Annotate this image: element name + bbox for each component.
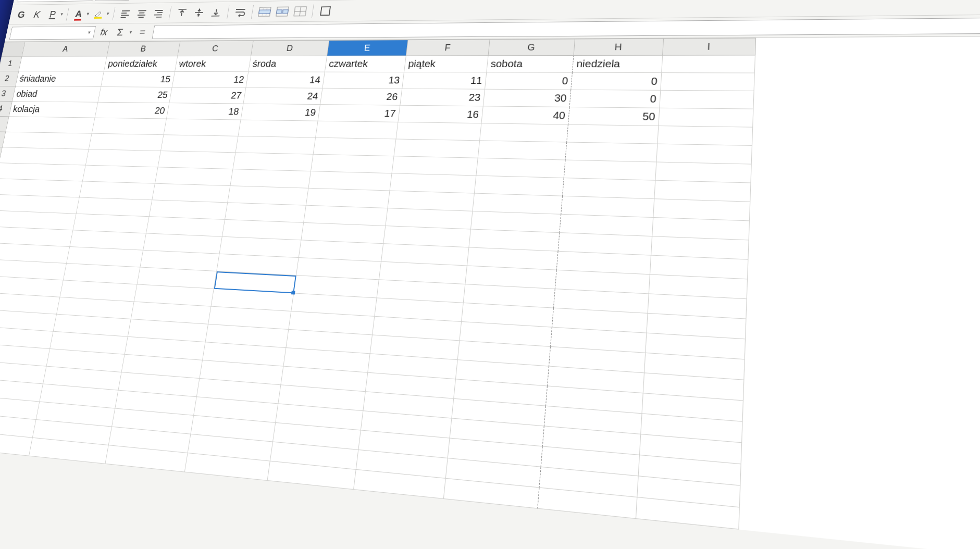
column-header-D[interactable]: D <box>251 40 329 56</box>
cell-E6[interactable] <box>313 138 396 157</box>
cell-E2[interactable]: 13 <box>322 72 404 89</box>
name-box[interactable]: ▾ <box>9 26 96 40</box>
cell-B3[interactable]: 25 <box>98 87 172 103</box>
cell-A4[interactable]: kolacja <box>9 102 98 118</box>
cell-H6[interactable] <box>566 142 658 162</box>
italic-button[interactable]: K <box>29 7 45 21</box>
cell-I5[interactable] <box>658 126 753 146</box>
cell-B6[interactable] <box>89 134 164 151</box>
cell-D1[interactable]: środa <box>249 56 327 72</box>
align-bottom-icon[interactable] <box>207 5 224 19</box>
formula-equals-icon[interactable]: = <box>134 25 151 39</box>
cell-D3[interactable]: 24 <box>243 88 322 105</box>
align-right-icon[interactable] <box>150 6 167 20</box>
cell-D2[interactable]: 14 <box>246 72 325 88</box>
cell-G7[interactable] <box>476 158 565 178</box>
cell-D4[interactable]: 19 <box>241 104 320 121</box>
cell-B5[interactable] <box>92 118 166 135</box>
cell-F2[interactable]: 11 <box>402 72 487 90</box>
cell-C2[interactable]: 12 <box>172 72 249 88</box>
cell-G6[interactable] <box>478 141 567 160</box>
cell-A8[interactable] <box>0 163 86 181</box>
cell-E1[interactable]: czwartek <box>325 56 406 72</box>
column-header-B[interactable]: B <box>107 41 180 57</box>
cell-E7[interactable] <box>311 155 394 174</box>
cell-I8[interactable] <box>654 181 751 202</box>
unmerge-cells-icon[interactable] <box>292 4 309 18</box>
cell-F3[interactable]: 23 <box>400 89 485 107</box>
font-size-combo[interactable]: 10 pkt▾ <box>95 0 132 1</box>
cell-A2[interactable]: śniadanie <box>16 71 104 87</box>
column-header-H[interactable]: H <box>574 39 664 56</box>
cell-E9[interactable] <box>306 189 390 208</box>
cell-H7[interactable] <box>564 160 657 181</box>
font-name-combo[interactable]: ▾ <box>18 0 95 2</box>
cell-C4[interactable]: 18 <box>167 103 244 120</box>
cell-H1[interactable]: niedziela <box>573 56 663 73</box>
cell-E5[interactable] <box>316 121 398 140</box>
cell-D5[interactable] <box>238 120 318 138</box>
cell-F8[interactable] <box>390 173 476 193</box>
cell-I3[interactable] <box>660 91 754 109</box>
column-header-C[interactable]: C <box>178 41 254 56</box>
select-all-corner[interactable] <box>2 42 26 56</box>
cell-C9[interactable] <box>152 184 230 203</box>
function-wizard-icon[interactable]: fx <box>100 27 108 38</box>
column-header-G[interactable]: G <box>488 39 575 56</box>
cell-I2[interactable] <box>661 73 755 91</box>
cell-F5[interactable] <box>396 122 481 141</box>
cell-F7[interactable] <box>392 156 478 176</box>
cell-B1[interactable]: poniedziałek <box>104 56 178 72</box>
cell-A1[interactable] <box>19 56 107 71</box>
cell-H5[interactable] <box>567 125 659 144</box>
cell-G2[interactable]: 0 <box>485 72 573 90</box>
cell-G3[interactable]: 30 <box>483 90 572 107</box>
cell-A3[interactable]: obiad <box>13 86 101 103</box>
cell-H3[interactable]: 0 <box>570 90 661 108</box>
cell-E3[interactable]: 26 <box>320 89 402 106</box>
align-left-icon[interactable] <box>117 6 134 20</box>
cell-C3[interactable]: 27 <box>169 88 246 104</box>
align-top-icon[interactable] <box>173 5 190 20</box>
cell-E8[interactable] <box>308 171 392 191</box>
cell-F4[interactable]: 16 <box>398 106 483 124</box>
spreadsheet-grid[interactable]: ABCDEFGHI1poniedziałekwtorekśrodaczwarte… <box>0 36 980 549</box>
cell-G5[interactable] <box>480 123 568 142</box>
align-middle-icon[interactable] <box>191 5 207 20</box>
cell-C6[interactable] <box>161 135 239 153</box>
cell-C5[interactable] <box>164 119 241 136</box>
cell-D6[interactable] <box>235 136 316 155</box>
cell-G8[interactable] <box>475 176 564 196</box>
cell-I1[interactable] <box>662 55 755 73</box>
borders-icon[interactable] <box>317 3 334 18</box>
cell-B9[interactable] <box>80 181 155 200</box>
cell-F9[interactable] <box>388 191 474 211</box>
column-header-F[interactable]: F <box>406 39 490 56</box>
split-cells-icon[interactable] <box>274 4 291 19</box>
cell-I4[interactable] <box>659 108 753 128</box>
cell-H4[interactable]: 50 <box>568 107 660 126</box>
cell-A5[interactable] <box>6 117 95 133</box>
cell-B4[interactable]: 20 <box>95 103 169 119</box>
cell-G1[interactable]: sobota <box>487 56 574 73</box>
cell-G4[interactable]: 40 <box>481 106 569 124</box>
cell-H2[interactable]: 0 <box>571 73 662 91</box>
highlight-color-button[interactable] <box>91 7 107 21</box>
cell-I7[interactable] <box>655 163 751 183</box>
column-header-E[interactable]: E <box>327 40 408 56</box>
cell-C8[interactable] <box>155 167 233 186</box>
cell-H8[interactable] <box>563 178 655 199</box>
column-header-A[interactable]: A <box>22 41 110 56</box>
column-header-I[interactable]: I <box>663 38 756 56</box>
font-color-button[interactable]: A <box>70 7 86 21</box>
cell-I6[interactable] <box>656 144 752 165</box>
cell-F6[interactable] <box>394 139 480 158</box>
bold-button[interactable]: G <box>13 8 29 21</box>
cell-C7[interactable] <box>158 151 235 169</box>
cell-E4[interactable]: 17 <box>318 105 400 122</box>
merge-cells-icon[interactable] <box>256 4 274 19</box>
cell-B8[interactable] <box>83 166 158 184</box>
underline-button[interactable]: P <box>45 7 61 21</box>
cell-F1[interactable]: piątek <box>404 56 489 72</box>
cell-D9[interactable] <box>228 186 308 206</box>
